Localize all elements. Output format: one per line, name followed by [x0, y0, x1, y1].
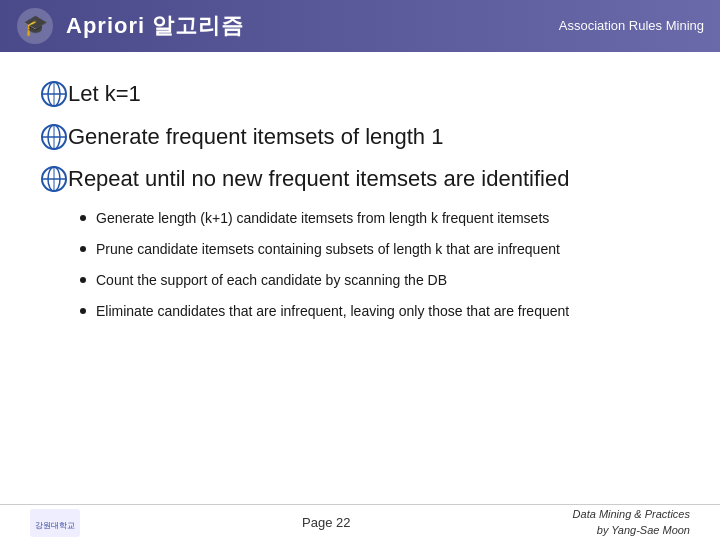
sub-bullet-2 [80, 246, 86, 252]
bullet-item-1: Let k=1 [40, 80, 680, 109]
header-subtitle-line1: Association Rules Mining [559, 18, 704, 35]
bullet-text-2: Generate frequent itemsets of length 1 [68, 123, 443, 152]
sub-bullet-4 [80, 308, 86, 314]
sub-item-1: Generate length (k+1) candidate itemsets… [80, 208, 680, 229]
header: 🎓 Apriori 알고리즘 Association Rules Mining [0, 0, 720, 52]
footer-credit-line1: Data Mining & Practices [573, 508, 690, 520]
footer: 강원대학교 Page 22 Data Mining & Practices by… [0, 504, 720, 540]
svg-text:강원대학교: 강원대학교 [35, 521, 75, 530]
sub-list: Generate length (k+1) candidate itemsets… [80, 208, 680, 322]
sub-bullet-1 [80, 215, 86, 221]
university-logo-icon: 강원대학교 [30, 509, 80, 537]
bullet-text-1: Let k=1 [68, 80, 141, 109]
sub-item-4: Eliminate candidates that are infrequent… [80, 301, 680, 322]
sub-text-2: Prune candidate itemsets containing subs… [96, 239, 560, 260]
bullet-text-3: Repeat until no new frequent itemsets ar… [68, 165, 569, 194]
svg-text:🎓: 🎓 [23, 13, 48, 37]
header-title: Apriori 알고리즘 [66, 11, 244, 41]
sub-item-3: Count the support of each candidate by s… [80, 270, 680, 291]
footer-left: 강원대학교 [30, 509, 80, 537]
globe-icon-2 [40, 123, 68, 151]
sub-text-3: Count the support of each candidate by s… [96, 270, 447, 291]
bullet-item-3: Repeat until no new frequent itemsets ar… [40, 165, 680, 194]
main-content: Let k=1 Generate frequent itemsets of le… [0, 52, 720, 342]
globe-icon-1 [40, 80, 68, 108]
footer-credit: Data Mining & Practices by Yang-Sae Moon [573, 507, 690, 538]
sub-item-2: Prune candidate itemsets containing subs… [80, 239, 680, 260]
sub-text-4: Eliminate candidates that are infrequent… [96, 301, 569, 322]
sub-bullet-3 [80, 277, 86, 283]
header-logo-icon: 🎓 [16, 7, 54, 45]
header-subtitle: Association Rules Mining [559, 18, 704, 35]
footer-page: Page 22 [302, 515, 350, 530]
globe-icon-3 [40, 165, 68, 193]
sub-text-1: Generate length (k+1) candidate itemsets… [96, 208, 549, 229]
bullet-item-2: Generate frequent itemsets of length 1 [40, 123, 680, 152]
footer-credit-line2: by Yang-Sae Moon [597, 524, 690, 536]
